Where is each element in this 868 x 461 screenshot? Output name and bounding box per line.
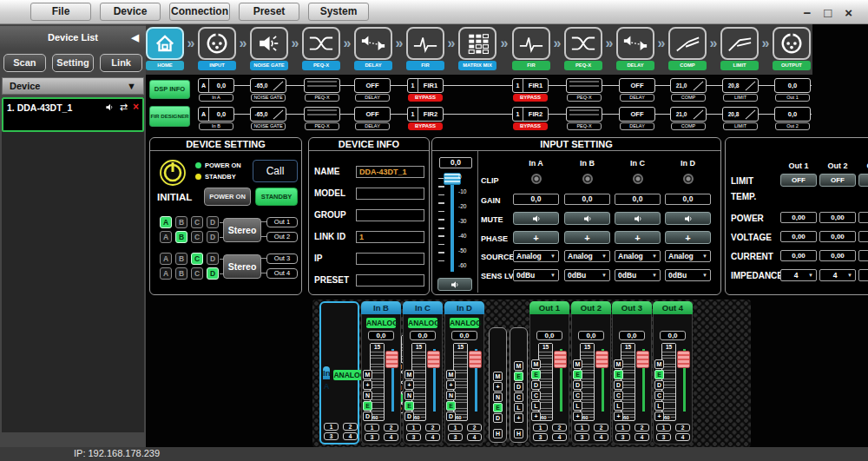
strip-m-button[interactable]: M (531, 359, 541, 369)
source-select-in-b[interactable]: Analog▼ (564, 250, 610, 262)
matrix-cell-c-row4[interactable]: C (191, 267, 203, 280)
toolbar-fir-button[interactable]: FIR (512, 27, 550, 71)
strip-out-4[interactable]: Out 40,015-60MEDCL+1234 (653, 301, 693, 445)
chain-block-peq-x-row2[interactable]: PEQ-X (566, 107, 602, 130)
call-button[interactable]: Call (253, 160, 298, 182)
strip-c-button[interactable]: C (531, 391, 541, 400)
toolbar-fir-button[interactable]: FIR (406, 27, 444, 71)
chain-value-box[interactable]: 1FIR1 (512, 78, 549, 93)
field-input-preset[interactable] (356, 274, 424, 286)
chain-block-delay-row2[interactable]: OFFDELAY (354, 107, 391, 130)
chain-block-peq-x-row1[interactable]: PEQ-X (566, 78, 602, 102)
device-dropdown[interactable]: Device ▼ (2, 77, 144, 95)
strip-m-button[interactable]: M (363, 370, 372, 379)
chain-value-box[interactable]: A0,0 (198, 107, 234, 122)
chain-value-box[interactable] (566, 107, 602, 122)
strip-e-button[interactable]: E (531, 370, 541, 379)
phase-button-in-a[interactable]: + (513, 231, 559, 244)
route-2-button[interactable]: 2 (343, 423, 358, 431)
strip-fader-value[interactable]: 0,0 (410, 331, 436, 340)
route-4-button[interactable]: 4 (467, 433, 482, 441)
toolbar-input-button[interactable]: INPUT (198, 27, 236, 71)
toolbar-peq-x-button[interactable]: PEQ-X (302, 27, 340, 71)
route-1-button[interactable]: 1 (533, 424, 548, 431)
strip-h-button[interactable]: H (493, 429, 503, 438)
strip-n-button[interactable]: N (446, 391, 456, 400)
strip-m-button[interactable]: M (514, 361, 523, 371)
mute-button-in-a[interactable] (513, 212, 559, 225)
menu-item-preset[interactable]: Preset (239, 3, 299, 21)
chain-block-noise-gate-row2[interactable]: -65,0NOISE GATE (250, 107, 286, 130)
speaker-icon[interactable] (105, 102, 115, 112)
chain-block-bypass-row2[interactable]: 1FIR2BYPASS (407, 107, 444, 130)
sens-select-in-b[interactable]: 0dBu▼ (564, 269, 610, 281)
field-input-name[interactable]: DDA-43DT_1 (356, 166, 424, 178)
strip-fader-value[interactable]: 0,0 (368, 331, 394, 340)
route-1-button[interactable]: 1 (365, 424, 379, 431)
strip---button[interactable]: + (514, 413, 523, 423)
chain-block-in-a-row1[interactable]: A0,0In A (198, 78, 234, 102)
route-2-button[interactable]: 2 (425, 424, 440, 431)
strip---button[interactable]: + (531, 412, 541, 421)
menu-item-file[interactable]: File (30, 3, 91, 21)
matrix-out-3-button[interactable]: Out 3 (266, 254, 298, 264)
route-1-button[interactable]: 1 (406, 424, 421, 431)
matrix-cell-c-row1[interactable]: C (191, 216, 203, 228)
chain-value-box[interactable]: 20,8 (722, 78, 759, 93)
chain-block-out-2-row2[interactable]: 0,0Out 2 (774, 107, 811, 130)
strip-e-button[interactable]: E (514, 372, 523, 381)
strip-d-button[interactable]: D (654, 380, 664, 390)
route-1-button[interactable]: 1 (324, 423, 339, 431)
route-3-button[interactable]: 3 (615, 433, 630, 441)
matrix-cell-b-row2[interactable]: B (175, 231, 187, 243)
strip---button[interactable]: + (404, 380, 414, 390)
toolbar-peq-x-button[interactable]: PEQ-X (564, 27, 602, 71)
gain-input-in-d[interactable]: 0,0 (665, 194, 711, 205)
route-4-button[interactable]: 4 (343, 432, 358, 440)
route-4-button[interactable]: 4 (675, 433, 690, 441)
chain-block-delay-row2[interactable]: OFFDELAY (619, 107, 655, 130)
strip-fader-value[interactable]: 0,0 (619, 331, 645, 340)
chain-value-box[interactable]: A0,0 (198, 78, 234, 93)
chain-block-noise-gate-row1[interactable]: -65,0NOISE GATE (250, 78, 286, 102)
strip-fader-value[interactable]: 0,0 (451, 331, 477, 340)
sens-select-in-a[interactable]: 0dBu▼ (513, 269, 559, 281)
route-3-button[interactable]: 3 (365, 433, 379, 441)
route-2-button[interactable]: 2 (467, 424, 482, 431)
toolbar-delay-button[interactable]: DELAY (354, 27, 392, 71)
route-3-button[interactable]: 3 (324, 432, 339, 440)
phase-button-in-c[interactable]: + (615, 231, 661, 244)
strip-m-button[interactable]: M (493, 372, 503, 381)
chain-block-comp-row2[interactable]: 21,0COMP (670, 107, 707, 130)
strip-m-button[interactable]: M (614, 359, 623, 369)
strip-m-button[interactable]: M (573, 359, 582, 369)
field-input-model[interactable] (356, 188, 424, 200)
strip-d-button[interactable]: D (531, 380, 541, 390)
power-button[interactable] (159, 159, 187, 187)
menu-item-system[interactable]: System (308, 3, 369, 21)
strip-d-button[interactable]: D (446, 412, 456, 421)
chain-value-box[interactable]: 0,0 (774, 78, 811, 93)
chain-value-box[interactable]: 20,8 (722, 107, 759, 122)
strip-e-button[interactable]: E (573, 370, 582, 379)
chain-block-bypass-row2[interactable]: 1FIR2BYPASS (512, 107, 549, 130)
strip-e-button[interactable]: E (493, 403, 503, 412)
chain-block-in-b-row2[interactable]: A0,0In B (198, 107, 234, 130)
matrix-cell-a-row4[interactable]: A (160, 267, 172, 280)
setting-button[interactable]: Setting (52, 54, 95, 72)
power-on-button[interactable]: POWER ON (204, 188, 251, 206)
chain-block-bypass-row1[interactable]: 1FIR1BYPASS (512, 78, 549, 102)
chain-value-box[interactable]: 0,0 (774, 107, 811, 122)
route-3-button[interactable]: 3 (533, 433, 548, 441)
field-input-link-id[interactable]: 1 (356, 231, 424, 243)
strip-c-button[interactable]: C (654, 391, 664, 400)
fader-handle[interactable] (636, 351, 649, 368)
strip-l-button[interactable]: L (531, 401, 541, 411)
toolbar-home-button[interactable]: HOME (146, 27, 184, 71)
limit-toggle-out-1[interactable]: OFF (780, 174, 817, 187)
fader-handle[interactable] (469, 351, 482, 368)
source-select-in-d[interactable]: Analog▼ (665, 250, 711, 262)
strip-c-button[interactable]: C (514, 392, 523, 402)
strip-fader-value[interactable]: 0,0 (578, 331, 604, 340)
device-list-header[interactable]: Device List ◀ (0, 26, 146, 49)
